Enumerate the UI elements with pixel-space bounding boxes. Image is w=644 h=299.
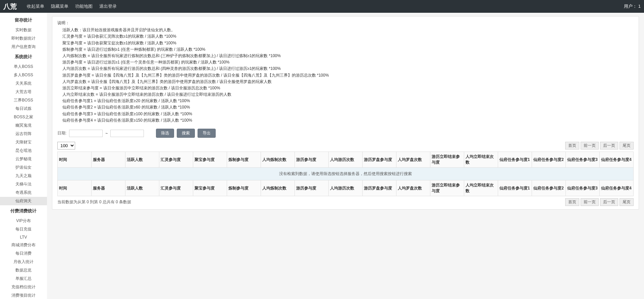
- column-header: 仙府任务参与度1: [498, 180, 532, 196]
- data-table: 时间服务器活跃人数汇灵参与度聚宝参与度炼制参与度人均炼制次数游历参与度人均游历次…: [57, 152, 634, 196]
- filter-row: 日期: ~ 筛选 搜索 导出: [57, 129, 634, 138]
- brand: 八荒: [3, 2, 17, 11]
- pager-last-bottom[interactable]: 尾页: [620, 198, 634, 206]
- table-footer-row: 时间服务器活跃人数汇灵参与度聚宝参与度炼制参与度人均炼制次数游历参与度人均游历次…: [58, 180, 634, 196]
- sidebar-item[interactable]: 用户信息查询: [0, 43, 47, 51]
- sidebar-item[interactable]: 每日充值: [0, 225, 47, 233]
- column-header: 仙府任务参与度2: [532, 152, 566, 168]
- column-header: 人均罗盘次数: [396, 180, 430, 196]
- column-header: 游历立即结束参与度: [430, 152, 464, 168]
- sidebar-group-title: 留存统计: [0, 14, 47, 26]
- description-line: 炼制参与度 = 该日进行过炼制≥1 (任意一种炼制都算) 的玩家数 / 活跃人数…: [57, 46, 634, 53]
- user-label: 用户：: [624, 4, 637, 9]
- sidebar-item[interactable]: VIP分布: [0, 217, 47, 225]
- collapse-menu-link[interactable]: 收起菜单: [27, 3, 44, 9]
- sidebar-group-title: 付费消费统计: [0, 205, 47, 217]
- column-header: 游历罗盘参与度: [363, 180, 396, 196]
- column-header: 人均炼制次数: [261, 180, 295, 196]
- description-line: 游历立即结束参与度 = 该日全服游历中立即结束的游历次数 / 该日全服游历总次数…: [57, 85, 634, 91]
- description-line: 仙府任务参与度4 = 该日仙府任务活跃度≥150 的玩家数 / 活跃人数 *10…: [57, 117, 634, 124]
- pager-prev[interactable]: 前一页: [581, 142, 599, 150]
- sidebar-item[interactable]: 三界BOSS: [0, 96, 47, 104]
- sidebar-item[interactable]: 每日消费: [0, 249, 47, 258]
- topbar: 八荒 收起菜单 隐藏菜单 功能地图 退出登录 用户： 1: [0, 0, 644, 13]
- column-header: 人均炼制次数: [261, 152, 295, 168]
- hide-menu-link[interactable]: 隐藏菜单: [51, 3, 68, 9]
- description-line: 人均游历次数 = 该日全服所有玩家进行游历的次数总和 (四种灵兽的游历次数都要加…: [57, 66, 634, 72]
- sidebar-item[interactable]: 每日试炼: [0, 104, 47, 113]
- sidebar-item[interactable]: LTV: [0, 233, 47, 241]
- pager-first-bottom[interactable]: 首页: [565, 198, 579, 206]
- column-header: 服务器: [92, 152, 125, 168]
- user-value: 1: [638, 4, 641, 9]
- pager-next[interactable]: 后一页: [600, 142, 618, 150]
- page-size-select[interactable]: 100: [57, 142, 75, 150]
- sidebar: 留存统计实时数据即时数据统计用户信息查询系统统计单人BOSS多人BOSS天关系统…: [0, 13, 47, 299]
- filter-button[interactable]: 筛选: [156, 129, 174, 138]
- date-to-input[interactable]: [110, 130, 144, 137]
- sidebar-item[interactable]: 幽冥鬼境: [0, 121, 47, 130]
- column-header: 人均立即结束次数: [464, 152, 498, 168]
- pager-next-bottom[interactable]: 后一页: [600, 198, 618, 206]
- description-line: 活跃人数：该日开始连接游戏服务器并且开启护送仙女的人数。: [57, 27, 634, 33]
- sidebar-item[interactable]: 仙府洞天: [0, 197, 47, 205]
- sidebar-item[interactable]: 九天之巅: [0, 172, 47, 180]
- empty-text: 没有检索到数据，请使用筛选按钮选择服务器，然后使用搜索按钮进行搜索: [58, 168, 634, 180]
- sidebar-item[interactable]: 消费项目统计: [0, 291, 47, 299]
- table-footer-bar: 当前数据为从第 0 到第 0 总共有 0 条数据 首页 前一页 后一页 尾页: [57, 198, 634, 206]
- description-line: 游历参与度 = 该日进行过游历≥1 (任意一个灵兽任意一种游历都算) 的玩家数 …: [57, 59, 634, 66]
- column-header: 活跃人数: [125, 152, 159, 168]
- export-button[interactable]: 导出: [198, 129, 216, 138]
- column-header: 炼制参与度: [227, 180, 261, 196]
- sidebar-item[interactable]: BOSS之家: [0, 113, 47, 121]
- column-header: 游历参与度: [295, 180, 329, 196]
- topbar-left: 八荒 收起菜单 隐藏菜单 功能地图 退出登录: [3, 2, 117, 11]
- empty-row: 没有检索到数据，请使用筛选按钮选择服务器，然后使用搜索按钮进行搜索: [58, 168, 634, 180]
- sidebar-item[interactable]: 大荒古塔: [0, 88, 47, 96]
- description-line: 人均炼制次数 = 该日全服所有玩家进行炼制的次数总和 (三种炉子的炼制次数都要加…: [57, 53, 634, 59]
- column-header: 汇灵参与度: [159, 180, 193, 196]
- column-header: 汇灵参与度: [159, 152, 193, 168]
- sidebar-group-title: 系统统计: [0, 51, 47, 62]
- column-header: 聚宝参与度: [193, 180, 227, 196]
- sidebar-item[interactable]: 多人BOSS: [0, 71, 47, 79]
- column-header: 仙府任务参与度1: [498, 152, 532, 168]
- sidebar-item[interactable]: 单服汇总: [0, 274, 47, 283]
- sidebar-item[interactable]: 充值档位统计: [0, 283, 47, 291]
- sidebar-item[interactable]: 昆仑瑶池: [0, 146, 47, 155]
- column-header: 游历罗盘参与度: [363, 152, 396, 168]
- sidebar-item[interactable]: 天降财宝: [0, 138, 47, 146]
- column-header: 服务器: [92, 180, 125, 196]
- description-block: 说明： 活跃人数：该日开始连接游戏服务器并且开启护送仙女的人数。汇灵参与度 = …: [57, 20, 634, 124]
- sidebar-item[interactable]: 奇遇系统: [0, 188, 47, 197]
- sidebar-item[interactable]: 数据总览: [0, 266, 47, 274]
- column-header: 时间: [58, 180, 92, 196]
- feature-map-link[interactable]: 功能地图: [75, 3, 93, 9]
- column-header: 人均游历次数: [329, 180, 363, 196]
- sidebar-item[interactable]: 实时数据: [0, 26, 47, 34]
- pager-first[interactable]: 首页: [565, 142, 579, 150]
- pager-prev-bottom[interactable]: 前一页: [581, 198, 599, 206]
- pager-last[interactable]: 尾页: [620, 142, 634, 150]
- table-header-row: 时间服务器活跃人数汇灵参与度聚宝参与度炼制参与度人均炼制次数游历参与度人均游历次…: [58, 152, 634, 168]
- sidebar-item[interactable]: 单人BOSS: [0, 62, 47, 71]
- description-line: 游历罗盘参与度 = 该日全服【四海八荒】及【九州三界】类的游历中使用罗盘的游历次…: [57, 72, 634, 79]
- search-button[interactable]: 搜索: [177, 129, 195, 138]
- sidebar-item[interactable]: 远古符阵: [0, 130, 47, 138]
- sidebar-item[interactable]: 商城消费分布: [0, 241, 47, 249]
- column-header: 时间: [58, 152, 92, 168]
- column-header: 仙府任务参与度2: [532, 180, 566, 196]
- column-header: 人均游历次数: [329, 152, 363, 168]
- pager-top: 首页 前一页 后一页 尾页: [565, 142, 634, 150]
- sidebar-item[interactable]: 月收入统计: [0, 258, 47, 266]
- sidebar-item[interactable]: 天关系统: [0, 79, 47, 88]
- column-header: 游历立即结束参与度: [430, 180, 464, 196]
- pager-bottom: 首页 前一页 后一页 尾页: [565, 198, 634, 206]
- date-from-input[interactable]: [69, 130, 103, 137]
- sidebar-item[interactable]: 即时数据统计: [0, 34, 47, 43]
- main-content: 说明： 活跃人数：该日开始连接游戏服务器并且开启护送仙女的人数。汇灵参与度 = …: [47, 13, 644, 299]
- logout-link[interactable]: 退出登录: [99, 3, 117, 9]
- sidebar-item[interactable]: 云梦秘境: [0, 155, 47, 163]
- sidebar-item[interactable]: 天梯斗法: [0, 180, 47, 188]
- sidebar-item[interactable]: 护送仙女: [0, 163, 47, 172]
